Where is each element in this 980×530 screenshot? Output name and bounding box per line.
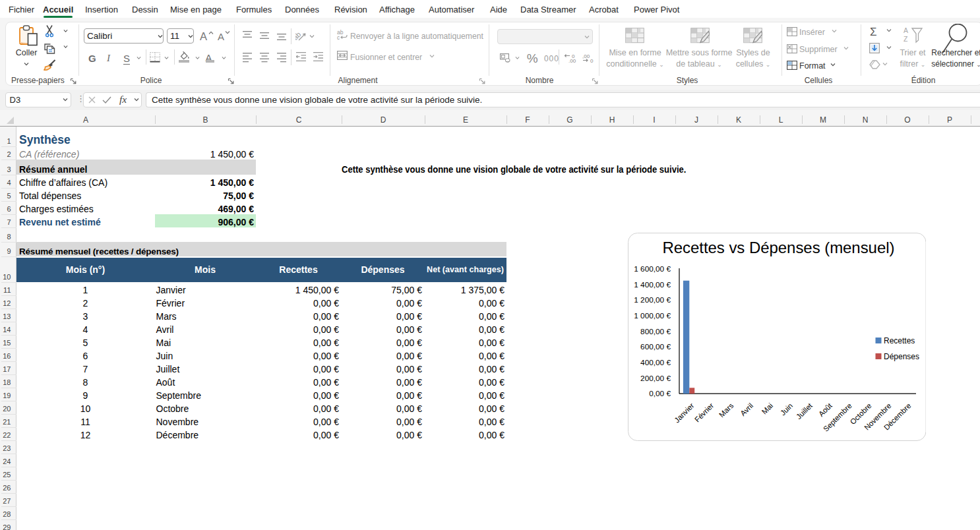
svg-text:1 600,00 €: 1 600,00 € bbox=[634, 264, 671, 273]
svg-text:Recettes: Recettes bbox=[884, 336, 915, 345]
svg-text:1 400,00 €: 1 400,00 € bbox=[634, 280, 671, 289]
svg-text:A: A bbox=[903, 26, 908, 34]
svg-text:Recettes vs Dépenses (mensuel): Recettes vs Dépenses (mensuel) bbox=[662, 239, 894, 256]
svg-text:600,00 €: 600,00 € bbox=[640, 342, 671, 351]
svg-text:Z: Z bbox=[903, 35, 908, 43]
svg-text:Dépenses: Dépenses bbox=[884, 351, 919, 361]
svg-text:1 000,00 €: 1 000,00 € bbox=[634, 310, 671, 320]
svg-text:,00: ,00 bbox=[568, 58, 576, 63]
svg-text:400,00 €: 400,00 € bbox=[640, 357, 671, 367]
svg-text:0,00 €: 0,00 € bbox=[649, 389, 671, 398]
svg-text:0: 0 bbox=[590, 58, 594, 63]
svg-text:1 200,00 €: 1 200,00 € bbox=[634, 295, 671, 305]
svg-text:200,00 €: 200,00 € bbox=[640, 373, 671, 382]
svg-text:,00: ,00 bbox=[582, 53, 590, 59]
svg-text:800,00 €: 800,00 € bbox=[640, 326, 671, 336]
